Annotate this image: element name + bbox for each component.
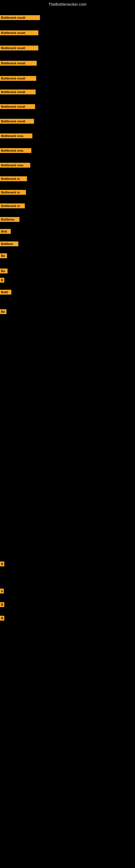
bottleneck-result-bar: Bottleneck resu bbox=[0, 133, 32, 138]
bottleneck-result-bar: Bottlenec bbox=[0, 217, 19, 222]
bar-row: Bottleneck resu bbox=[0, 163, 30, 167]
bar-row: B bbox=[0, 561, 4, 566]
bottleneck-result-bar: Bottleneck result bbox=[0, 61, 37, 66]
bottleneck-result-bar: Bo bbox=[0, 253, 7, 258]
bar-row: Bottlene bbox=[0, 241, 18, 246]
bottleneck-result-bar: Bo bbox=[0, 309, 6, 314]
bottleneck-result-bar: B bbox=[0, 602, 4, 607]
bottleneck-result-bar: Bottleneck re bbox=[0, 204, 25, 208]
bottleneck-result-bar: Bottleneck re bbox=[0, 190, 26, 195]
bar-row: Bottleneck re bbox=[0, 176, 27, 181]
bottleneck-result-bar: Bo bbox=[0, 269, 8, 273]
bar-row: Bottleneck result bbox=[0, 76, 36, 81]
bottleneck-result-bar: B bbox=[0, 616, 4, 621]
bar-row: Bottleneck result bbox=[0, 119, 34, 124]
bar-row: Bottleneck result bbox=[0, 30, 38, 35]
bar-row: Bottleneck result bbox=[0, 90, 36, 94]
bottleneck-result-bar: Bottl bbox=[0, 290, 11, 294]
bottleneck-result-bar: Bottleneck resu bbox=[0, 148, 31, 153]
bottleneck-result-bar: Bottleneck result bbox=[0, 15, 40, 20]
bar-row: B bbox=[0, 602, 4, 607]
bottleneck-result-bar: B bbox=[0, 278, 4, 283]
bottleneck-result-bar: b bbox=[0, 589, 4, 593]
bar-row: Bottleneck re bbox=[0, 190, 26, 195]
bar-row: Bottleneck re bbox=[0, 204, 25, 208]
bar-row: Bottleneck result bbox=[0, 45, 38, 51]
bar-row: B bbox=[0, 616, 4, 621]
bar-row: Bottleneck resu bbox=[0, 148, 31, 153]
bar-row: Bott bbox=[0, 229, 11, 234]
bar-row: Bottleneck result bbox=[0, 61, 37, 66]
bottleneck-result-bar: Bottleneck result bbox=[0, 45, 38, 51]
bar-row: B bbox=[0, 278, 4, 283]
bar-row: Bottleneck result bbox=[0, 104, 35, 109]
bar-row: Bottleneck resu bbox=[0, 133, 32, 138]
site-title: TheBottlenecker.com bbox=[0, 0, 135, 8]
bottleneck-result-bar: Bottleneck result bbox=[0, 30, 38, 35]
bottleneck-result-bar: B bbox=[0, 561, 4, 566]
bottleneck-result-bar: Bottlene bbox=[0, 241, 18, 246]
bottleneck-result-bar: Bott bbox=[0, 229, 11, 234]
bottleneck-result-bar: Bottleneck re bbox=[0, 176, 27, 181]
bar-row: Bo bbox=[0, 253, 7, 258]
bottleneck-result-bar: Bottleneck result bbox=[0, 104, 35, 109]
bottleneck-result-bar: Bottleneck resu bbox=[0, 163, 30, 167]
bar-row: b bbox=[0, 589, 4, 593]
bottleneck-result-bar: Bottleneck result bbox=[0, 90, 36, 94]
bar-row: Bo bbox=[0, 269, 8, 273]
bottleneck-result-bar: Bottleneck result bbox=[0, 119, 34, 124]
bar-row: Bottlenec bbox=[0, 217, 19, 222]
bar-row: Bottleneck result bbox=[0, 15, 40, 20]
bottleneck-result-bar: Bottleneck result bbox=[0, 76, 36, 81]
bar-row: Bo bbox=[0, 309, 6, 314]
bar-row: Bottl bbox=[0, 290, 11, 294]
